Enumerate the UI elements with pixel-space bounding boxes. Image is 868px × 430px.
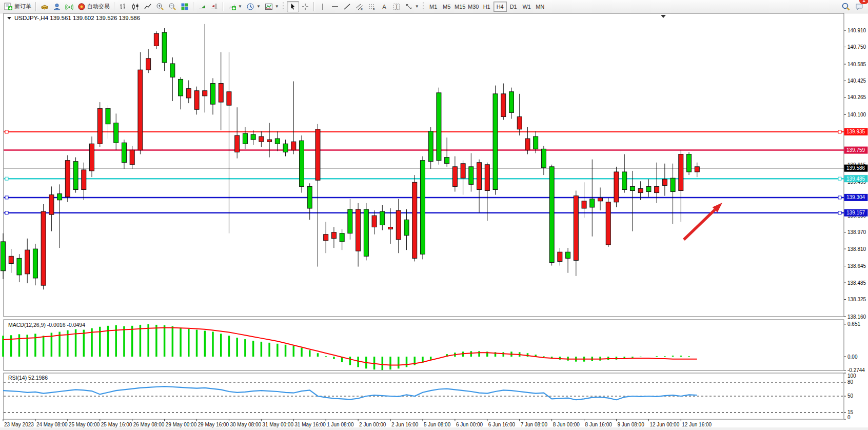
chart-canvas[interactable]: 140.910140.750140.585140.425140.265140.1… bbox=[0, 13, 868, 430]
line-handle[interactable] bbox=[838, 211, 841, 214]
trendline-button[interactable] bbox=[341, 1, 353, 12]
candle bbox=[396, 210, 401, 240]
candle bbox=[622, 172, 627, 189]
line-handle[interactable] bbox=[838, 130, 841, 133]
timeframe-m30-button[interactable]: M30 bbox=[467, 2, 480, 12]
auto-trading-button[interactable]: 自动交易 bbox=[75, 1, 112, 12]
candle bbox=[227, 92, 231, 105]
arrows-button[interactable]: ▼ bbox=[403, 1, 421, 12]
signals-button[interactable] bbox=[63, 1, 75, 12]
line-handle[interactable] bbox=[5, 211, 8, 214]
timeframe-m1-button[interactable]: M1 bbox=[427, 2, 440, 12]
candles-chart-button[interactable] bbox=[129, 1, 142, 12]
svg-text:138.160: 138.160 bbox=[847, 314, 866, 320]
market-depth-icon bbox=[41, 3, 49, 11]
community-button[interactable] bbox=[51, 1, 63, 12]
timeframe-m5-button[interactable]: M5 bbox=[440, 2, 453, 12]
cursor-button[interactable] bbox=[287, 1, 299, 12]
line-handle[interactable] bbox=[5, 177, 8, 180]
candle bbox=[235, 135, 240, 152]
svg-text:139.759: 139.759 bbox=[846, 147, 865, 153]
text-label-icon: T bbox=[392, 3, 401, 11]
candle bbox=[695, 167, 699, 172]
timeframe-h1-button[interactable]: H1 bbox=[480, 2, 494, 12]
candle bbox=[534, 136, 538, 149]
candle bbox=[25, 250, 30, 274]
templates-button[interactable]: ▼ bbox=[263, 1, 281, 12]
time-label: 31 May 16:00 bbox=[294, 422, 326, 427]
macd-pane[interactable] bbox=[4, 320, 844, 370]
timeframe-h4-button[interactable]: H4 bbox=[494, 2, 507, 12]
svg-text:139.935: 139.935 bbox=[846, 129, 865, 134]
line-handle[interactable] bbox=[838, 196, 841, 199]
market-depth-button[interactable] bbox=[38, 1, 51, 12]
indicators-button[interactable]: ▼ bbox=[226, 1, 244, 12]
horizontal-line-button[interactable] bbox=[329, 1, 341, 12]
auto-scroll-icon bbox=[198, 3, 206, 11]
toolbar-gripper[interactable] bbox=[423, 2, 425, 11]
timeframe-d1-button[interactable]: D1 bbox=[507, 2, 520, 12]
candle bbox=[307, 186, 312, 208]
fibonacci-button[interactable]: F bbox=[366, 1, 378, 12]
text-icon: A bbox=[380, 3, 388, 11]
candle bbox=[445, 158, 449, 164]
chevron-down-icon: ▼ bbox=[257, 4, 261, 9]
timeframe-m15-button[interactable]: M15 bbox=[453, 2, 467, 12]
line-chart-button[interactable] bbox=[142, 1, 154, 12]
svg-text:140.750: 140.750 bbox=[847, 44, 866, 50]
candle bbox=[670, 178, 675, 191]
text-button[interactable]: A bbox=[378, 1, 390, 12]
text-label-button[interactable]: T bbox=[390, 1, 403, 12]
chat-button[interactable]: 1 bbox=[853, 1, 866, 12]
equidistant-channel-button[interactable]: E bbox=[353, 1, 366, 12]
zoom-out-button[interactable] bbox=[166, 1, 179, 12]
line-handle[interactable] bbox=[838, 177, 841, 180]
chart-shift-button[interactable] bbox=[208, 1, 221, 12]
notification-badge[interactable]: 1 bbox=[859, 0, 868, 4]
candle bbox=[614, 172, 619, 202]
candle bbox=[380, 211, 385, 225]
community-icon bbox=[53, 3, 61, 11]
candle bbox=[251, 134, 255, 140]
candle bbox=[493, 94, 498, 190]
macd-label: MACD(12,26,9) -0.0016 -0.0494 bbox=[8, 322, 85, 328]
candle bbox=[428, 131, 433, 162]
line-handle[interactable] bbox=[5, 130, 8, 133]
svg-text:T: T bbox=[395, 4, 398, 10]
candle bbox=[372, 216, 377, 227]
svg-text:140.585: 140.585 bbox=[847, 62, 866, 67]
search-button[interactable] bbox=[839, 1, 853, 12]
time-label: 7 Jun 08:00 bbox=[521, 422, 548, 427]
price-chart-svg[interactable]: 140.910140.750140.585140.425140.265140.1… bbox=[0, 13, 868, 430]
new-order-button[interactable]: 新订单 bbox=[2, 1, 33, 12]
tile-windows-button[interactable] bbox=[179, 1, 191, 12]
svg-text:0.00: 0.00 bbox=[847, 354, 858, 360]
candle bbox=[1, 242, 6, 271]
mt4-application-window: 新订单自动交易▼▼▼EFAT▼M1M5M15M30H1H4D1W1MN1 140… bbox=[0, 0, 868, 430]
svg-text:-0.2744: -0.2744 bbox=[847, 367, 865, 373]
zoom-in-button[interactable] bbox=[154, 1, 166, 12]
candle bbox=[82, 170, 86, 190]
toolbar-gripper[interactable] bbox=[283, 2, 285, 11]
svg-text:139.586: 139.586 bbox=[846, 165, 865, 171]
svg-text:138.970: 138.970 bbox=[847, 229, 866, 235]
periods-button[interactable]: ▼ bbox=[244, 1, 263, 12]
auto-scroll-button[interactable] bbox=[196, 1, 208, 12]
time-label: 31 May 00:00 bbox=[262, 422, 293, 427]
svg-text:138.645: 138.645 bbox=[847, 263, 866, 269]
candle bbox=[679, 154, 683, 191]
svg-text:100: 100 bbox=[847, 373, 856, 379]
line-handle[interactable] bbox=[5, 196, 8, 199]
time-label: 29 May 00:00 bbox=[166, 422, 197, 427]
candle bbox=[194, 91, 199, 110]
candle bbox=[41, 211, 46, 285]
bars-chart-button[interactable] bbox=[117, 1, 129, 12]
time-label: 5 Jun 08:00 bbox=[424, 422, 451, 427]
svg-text:138.325: 138.325 bbox=[847, 297, 866, 302]
crosshair-button[interactable] bbox=[299, 1, 311, 12]
timeframe-mn-button[interactable]: MN bbox=[534, 2, 547, 12]
vertical-line-button[interactable] bbox=[317, 1, 329, 12]
candle bbox=[210, 84, 215, 105]
timeframe-w1-button[interactable]: W1 bbox=[520, 2, 534, 12]
candle bbox=[114, 123, 119, 143]
